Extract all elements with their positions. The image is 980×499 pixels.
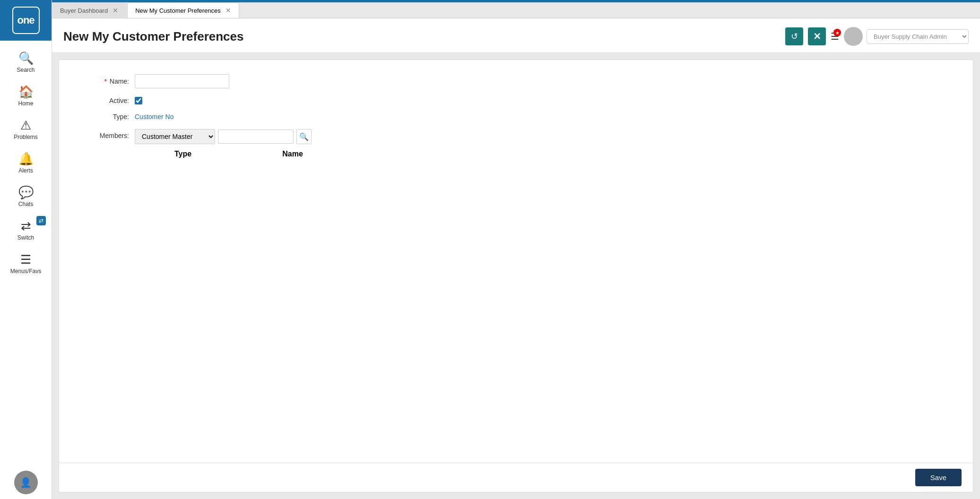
user-dropdown: Buyer Supply Chain Admin xyxy=(844,27,969,46)
form-area: * Name: Active: Type: Customer No xyxy=(59,60,973,463)
close-button[interactable]: ✕ xyxy=(808,27,826,45)
member-search-button[interactable]: 🔍 xyxy=(296,129,312,144)
members-controls-inner: Customer Master Customer Group Customer … xyxy=(135,129,355,144)
name-label-text: Name: xyxy=(110,77,129,85)
page-title: New My Customer Preferences xyxy=(63,29,243,44)
bell-icon: 🔔 xyxy=(18,152,34,166)
active-checkbox[interactable] xyxy=(135,97,142,104)
tab-close-new-customer-preferences[interactable]: ✕ xyxy=(225,7,231,14)
col-type-header: Type xyxy=(136,150,230,158)
members-label: Members: xyxy=(78,129,135,139)
required-star: * xyxy=(104,77,106,85)
sidebar-item-search[interactable]: 🔍 Search xyxy=(0,44,52,78)
avatar-icon: 👤 xyxy=(20,477,32,488)
tab-label: New My Customer Preferences xyxy=(135,7,221,14)
search-icon: 🔍 xyxy=(299,132,309,141)
sidebar-item-label: Search xyxy=(17,67,35,73)
type-row: Type: Customer No xyxy=(78,113,954,120)
col-name-header: Name xyxy=(231,150,354,158)
sidebar-item-label: Chats xyxy=(18,201,33,207)
menu-button[interactable]: ☰ ★ xyxy=(831,31,839,42)
inner-content: * Name: Active: Type: Customer No xyxy=(59,60,973,492)
menu-icon: ☰ xyxy=(20,252,31,267)
notification-badge: ★ xyxy=(833,29,841,36)
active-row: Active: xyxy=(78,97,954,104)
member-type-select[interactable]: Customer Master Customer Group Customer … xyxy=(135,129,215,144)
sidebar-item-label: Menus/Favs xyxy=(10,268,41,275)
save-button[interactable]: Save xyxy=(915,469,962,486)
user-avatar xyxy=(844,27,863,46)
logo-box: one xyxy=(12,7,40,34)
home-icon: 🏠 xyxy=(18,85,34,99)
warning-icon: ⚠ xyxy=(20,118,31,133)
chat-icon: 💬 xyxy=(18,185,34,200)
switch-icon: ⇄ xyxy=(21,219,31,233)
members-row: Members: Customer Master Customer Group … xyxy=(78,129,954,159)
app-logo[interactable]: one xyxy=(0,0,52,41)
tab-close-buyer-dashboard[interactable]: ✕ xyxy=(113,7,118,14)
tabs-bar: Buyer Dashboard ✕ New My Customer Prefer… xyxy=(52,2,980,18)
sidebar-item-switch[interactable]: ⇄ ⇄ Switch xyxy=(0,212,52,246)
type-label: Type: xyxy=(78,113,135,120)
type-value[interactable]: Customer No xyxy=(135,113,173,120)
search-icon: 🔍 xyxy=(18,51,34,66)
role-select[interactable]: Buyer Supply Chain Admin xyxy=(867,29,969,44)
tab-buyer-dashboard[interactable]: Buyer Dashboard ✕ xyxy=(52,2,126,18)
sidebar-item-problems[interactable]: ⚠ Problems xyxy=(0,112,52,145)
user-avatar-sidebar[interactable]: 👤 xyxy=(14,471,38,494)
name-row: * Name: xyxy=(78,74,954,88)
tab-new-customer-preferences[interactable]: New My Customer Preferences ✕ xyxy=(127,2,239,18)
sidebar-bottom: 👤 xyxy=(14,471,38,499)
logo-text: one xyxy=(17,14,34,26)
members-table-container: Type Name xyxy=(135,149,355,159)
refresh-icon: ↺ xyxy=(791,31,798,42)
content-header: New My Customer Preferences ↺ ✕ ☰ ★ Buye… xyxy=(52,18,980,53)
switch-badge: ⇄ xyxy=(36,216,46,225)
close-icon: ✕ xyxy=(813,31,821,42)
member-search-input[interactable] xyxy=(218,129,294,144)
form-footer: Save xyxy=(59,463,973,492)
sidebar-item-label: Problems xyxy=(14,134,38,140)
sidebar-item-alerts[interactable]: 🔔 Alerts xyxy=(0,145,52,179)
sidebar-item-label: Alerts xyxy=(18,167,33,174)
sidebar-nav: 🔍 Search 🏠 Home ⚠ Problems 🔔 Alerts 💬 Ch… xyxy=(0,41,52,471)
content-area: * Name: Active: Type: Customer No xyxy=(52,53,980,499)
sidebar-item-menus-favs[interactable]: ☰ Menus/Favs xyxy=(0,246,52,279)
main-area: Buyer Dashboard ✕ New My Customer Prefer… xyxy=(52,0,980,499)
sidebar-item-label: Switch xyxy=(17,234,34,241)
sidebar-item-home[interactable]: 🏠 Home xyxy=(0,78,52,112)
sidebar-item-chats[interactable]: 💬 Chats xyxy=(0,179,52,212)
name-input[interactable] xyxy=(135,74,229,88)
active-label: Active: xyxy=(78,97,135,104)
sidebar-item-label: Home xyxy=(18,100,33,107)
members-controls: Customer Master Customer Group Customer … xyxy=(135,129,355,159)
header-actions: ↺ ✕ ☰ ★ Buyer Supply Chain Admin xyxy=(785,27,969,46)
tab-label: Buyer Dashboard xyxy=(60,7,108,14)
name-label: * Name: xyxy=(78,77,135,85)
members-table: Type Name xyxy=(135,149,355,159)
sidebar: one 🔍 Search 🏠 Home ⚠ Problems 🔔 Alerts … xyxy=(0,0,52,499)
refresh-button[interactable]: ↺ xyxy=(785,27,803,45)
